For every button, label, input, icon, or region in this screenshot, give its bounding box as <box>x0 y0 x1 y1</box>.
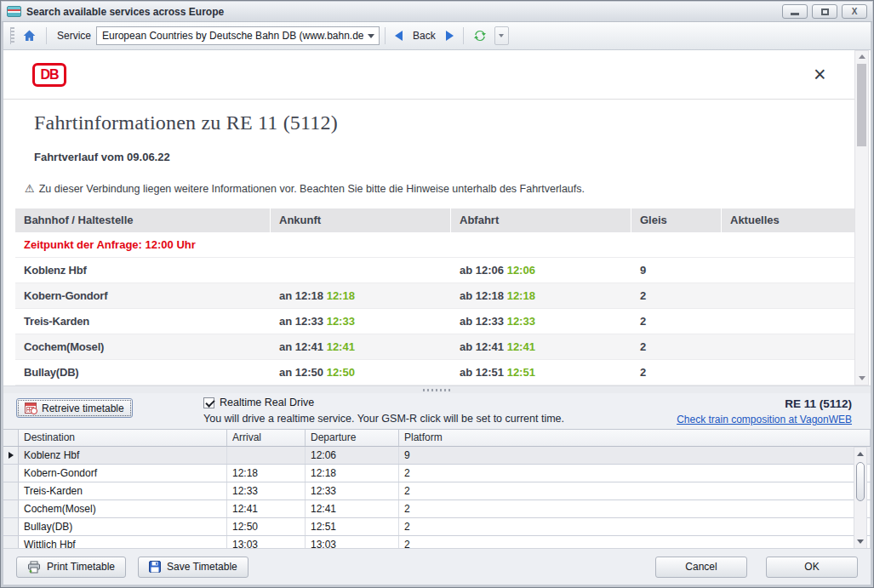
arrival-cell: an 12:33 12:33 <box>271 309 451 334</box>
cancel-button[interactable]: Cancel <box>655 557 747 578</box>
realtime-time: 12:33 <box>507 315 535 328</box>
row-selector[interactable] <box>3 518 19 535</box>
grid-departure-cell[interactable]: 12:33 <box>306 482 399 500</box>
row-selector[interactable] <box>3 447 19 464</box>
train-composition-link[interactable]: Check train composition at VagonWEB <box>677 414 852 425</box>
grid-col-departure[interactable]: Departure <box>306 430 399 446</box>
realtime-checkbox-label: Realtime Real Drive <box>220 397 314 408</box>
toolbar: Service European Countries by Deutsche B… <box>3 22 871 50</box>
grid-row[interactable]: Treis-Karden12:3312:332 <box>3 482 871 500</box>
row-selector[interactable] <box>3 500 19 517</box>
grid-row[interactable]: Cochem(Mosel)12:4112:412 <box>3 500 871 518</box>
timetable-header: Bahnhof / Haltestelle Ankunft Abfahrt Gl… <box>15 208 856 232</box>
platform-cell: 2 <box>631 334 722 359</box>
close-button[interactable]: X <box>842 4 867 19</box>
grid-platform-cell[interactable]: 9 <box>399 447 871 464</box>
save-icon <box>149 561 161 573</box>
arrival-cell <box>271 258 451 283</box>
printer-icon <box>27 561 41 574</box>
grid-departure-cell[interactable]: 12:18 <box>306 465 399 482</box>
grid-arrival-cell[interactable] <box>227 447 306 464</box>
row-selector[interactable] <box>3 465 19 482</box>
col-bahnhof: Bahnhof / Haltestelle <box>15 208 271 232</box>
chevron-down-icon[interactable] <box>363 27 379 44</box>
minimize-button[interactable] <box>782 4 808 19</box>
grid-platform-cell[interactable]: 2 <box>399 482 871 500</box>
grid-destination-cell[interactable]: Treis-Karden <box>19 482 227 500</box>
scroll-down-icon[interactable] <box>859 376 865 380</box>
titlebar: Search available services across Europe … <box>2 2 872 22</box>
grid-arrival-cell[interactable]: 12:18 <box>227 465 306 482</box>
grid-platform-cell[interactable]: 2 <box>399 500 871 517</box>
grid-arrival-cell[interactable]: 12:41 <box>227 500 306 517</box>
service-dropdown[interactable]: European Countries by Deutsche Bahn DB (… <box>96 26 380 45</box>
page-title: Fahrtinformationen zu RE 11 (5112) <box>34 111 338 134</box>
grid-destination-cell[interactable]: Koblenz Hbf <box>19 447 227 464</box>
retrieve-timetable-button[interactable]: Retreive timetable <box>16 398 133 418</box>
ok-button[interactable]: OK <box>766 557 858 578</box>
grid-col-platform[interactable]: Platform <box>399 430 871 446</box>
forward-button[interactable] <box>442 26 458 46</box>
arrival-cell: an 12:50 12:50 <box>271 360 451 385</box>
scheduled-time: ab 12:33 <box>460 315 507 328</box>
page-close-button[interactable]: × <box>808 62 831 87</box>
departure-cell: ab 12:18 12:18 <box>451 283 631 308</box>
maximize-button[interactable] <box>812 4 837 19</box>
toolbar-grip[interactable] <box>10 27 14 44</box>
scroll-down-icon[interactable] <box>857 539 864 544</box>
grid-departure-cell[interactable]: 12:51 <box>306 518 399 535</box>
scroll-up-icon[interactable] <box>857 452 864 456</box>
header-divider <box>3 99 857 100</box>
back-button[interactable] <box>391 26 407 46</box>
scheduled-time: ab 12:06 <box>460 264 507 277</box>
scroll-up-icon[interactable] <box>859 54 865 59</box>
grid-destination-cell[interactable]: Cochem(Mosel) <box>19 500 227 517</box>
splitter-handle[interactable] <box>3 385 871 393</box>
page-scrollbar[interactable] <box>854 50 869 385</box>
grid-arrival-cell[interactable]: 12:33 <box>227 482 306 500</box>
warning-icon: ⚠ <box>25 182 35 195</box>
grid-col-destination[interactable]: Destination <box>19 430 227 446</box>
grid-arrival-cell[interactable]: 12:50 <box>227 518 306 535</box>
service-label: Service <box>57 30 91 42</box>
grid-departure-cell[interactable]: 12:41 <box>306 500 399 517</box>
toolbar-overflow-button[interactable] <box>494 26 509 45</box>
grid-col-arrival[interactable]: Arrival <box>227 430 306 446</box>
realtime-time: 12:18 <box>327 289 355 302</box>
dialog-window: Search available services across Europe … <box>0 0 874 588</box>
grid-platform-cell[interactable]: 2 <box>399 465 871 482</box>
arrival-cell: an 12:41 12:41 <box>271 334 451 359</box>
realtime-time: 12:41 <box>327 340 355 353</box>
print-timetable-button[interactable]: Print Timetable <box>16 557 126 578</box>
grid-body: Koblenz Hbf12:069Kobern-Gondorf12:1812:1… <box>3 447 871 550</box>
station-name: Cochem(Mosel) <box>15 334 271 359</box>
grid-scrollbar[interactable] <box>854 447 867 549</box>
grid-departure-cell[interactable]: 12:06 <box>306 447 399 464</box>
grid-row[interactable]: Bullay(DB)12:5012:512 <box>3 518 871 536</box>
page-subtitle: Fahrtverlauf vom 09.06.22 <box>34 151 170 163</box>
realtime-checkbox[interactable] <box>203 397 214 408</box>
scheduled-time: ab 12:18 <box>460 289 507 302</box>
grid-row[interactable]: Koblenz Hbf12:069 <box>3 447 871 465</box>
realtime-time: 12:06 <box>507 264 535 277</box>
grid-destination-cell[interactable]: Kobern-Gondorf <box>19 465 227 482</box>
platform-cell: 9 <box>631 258 722 283</box>
splitter-grip-icon <box>423 389 452 391</box>
maximize-icon <box>821 9 829 15</box>
timetable-row: Kobern-Gondorfan 12:18 12:18ab 12:18 12:… <box>15 283 856 309</box>
col-gleis: Gleis <box>631 208 722 232</box>
grid-destination-cell[interactable]: Bullay(DB) <box>19 518 227 535</box>
refresh-button[interactable] <box>469 26 491 46</box>
grid-row[interactable]: Kobern-Gondorf12:1812:182 <box>3 465 871 482</box>
save-timetable-button[interactable]: Save Timetable <box>138 557 248 578</box>
forward-arrow-icon <box>446 31 454 41</box>
home-button[interactable] <box>18 26 41 46</box>
row-selector[interactable] <box>3 482 19 500</box>
scheduled-time: ab 12:41 <box>460 340 507 353</box>
station-name: Treis-Karden <box>15 309 271 334</box>
grid-platform-cell[interactable]: 2 <box>399 518 871 535</box>
scheduled-time: an 12:41 <box>279 340 327 353</box>
back-label: Back <box>413 30 436 42</box>
scrollbar-thumb[interactable] <box>856 462 865 501</box>
scrollbar-thumb[interactable] <box>857 64 866 146</box>
